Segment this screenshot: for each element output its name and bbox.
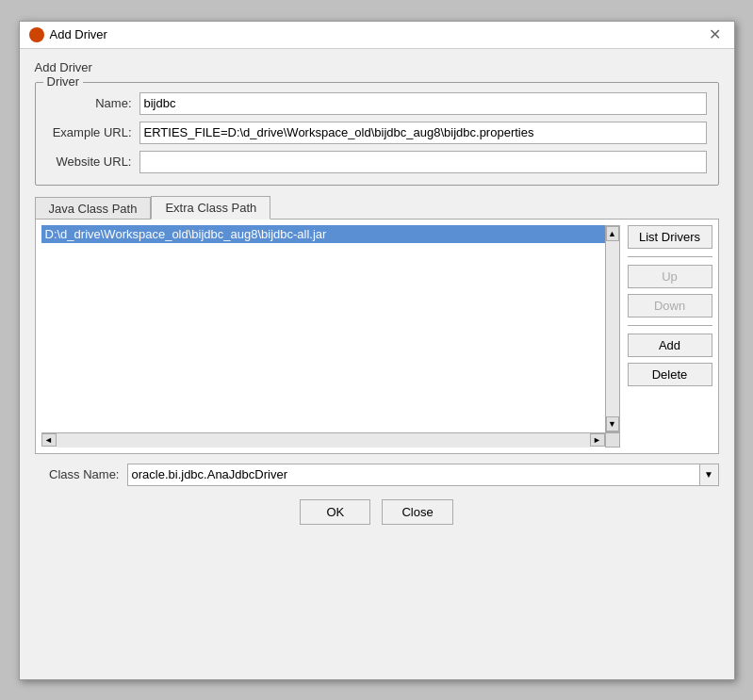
scroll-right-button[interactable]: ► [590,433,605,447]
scroll-up-button[interactable]: ▲ [606,226,619,241]
website-url-label: Website URL: [47,155,132,169]
name-label: Name: [47,96,132,110]
close-button[interactable]: Close [382,499,452,525]
dialog-content: Add Driver Driver Name: Example URL: Web… [20,49,734,551]
add-button[interactable]: Add [628,334,712,357]
add-driver-dialog: Add Driver ✕ Add Driver Driver Name: Exa… [19,21,735,680]
scroll-corner [605,432,620,448]
footer-buttons: OK Close [35,499,719,540]
down-button[interactable]: Down [628,294,712,317]
tab-java-class-path[interactable]: Java Class Path [35,197,152,220]
vertical-scrollbar: ▲ ▼ [605,225,620,432]
example-url-label: Example URL: [47,125,132,139]
example-url-input[interactable] [139,122,707,144]
list-item[interactable]: D:\d_drive\Workspace_old\bijdbc_aug8\bij… [41,225,605,243]
ok-button[interactable]: OK [300,499,370,525]
name-row: Name: [47,92,707,115]
scroll-track[interactable] [606,241,619,416]
close-window-button[interactable]: ✕ [705,27,725,42]
tabs-row: Java Class Path Extra Class Path [35,195,719,219]
window-title: Add Driver [50,27,107,41]
class-name-label: Class Name: [35,467,120,481]
acorn-icon [29,27,44,42]
scroll-down-button[interactable]: ▼ [606,416,619,431]
file-list: D:\d_drive\Workspace_old\bijdbc_aug8\bij… [41,225,605,432]
driver-group: Driver Name: Example URL: Website URL: [35,82,719,186]
tabs-container: Java Class Path Extra Class Path D:\d_dr… [35,195,719,454]
driver-legend: Driver [43,74,84,89]
example-url-row: Example URL: [47,122,707,144]
tab-extra-class-path[interactable]: Extra Class Path [151,196,270,220]
title-bar: Add Driver ✕ [20,22,734,49]
list-scroll-area: D:\d_drive\Workspace_old\bijdbc_aug8\bij… [41,225,620,432]
scroll-left-button[interactable]: ◄ [41,433,57,447]
website-url-input[interactable] [139,151,707,173]
class-name-dropdown-button[interactable]: ▼ [699,464,718,485]
list-drivers-button[interactable]: List Drivers [628,225,712,249]
delete-button[interactable]: Delete [628,363,712,386]
name-input[interactable] [139,92,707,115]
tab-content: D:\d_drive\Workspace_old\bijdbc_aug8\bij… [35,219,719,454]
class-name-input-container: ▼ [127,464,719,486]
up-button[interactable]: Up [628,265,712,288]
website-url-row: Website URL: [47,151,707,173]
title-bar-left: Add Driver [29,27,107,42]
horizontal-scroll-track[interactable] [57,433,590,448]
file-list-section: D:\d_drive\Workspace_old\bijdbc_aug8\bij… [41,225,620,448]
class-name-input[interactable] [128,464,699,485]
class-name-row: Class Name: ▼ [35,464,719,486]
section-header: Add Driver [35,60,719,74]
horizontal-scrollbar-container: ◄ ► [41,432,620,448]
right-buttons: List Drivers Up Down Add Delete [628,225,712,448]
